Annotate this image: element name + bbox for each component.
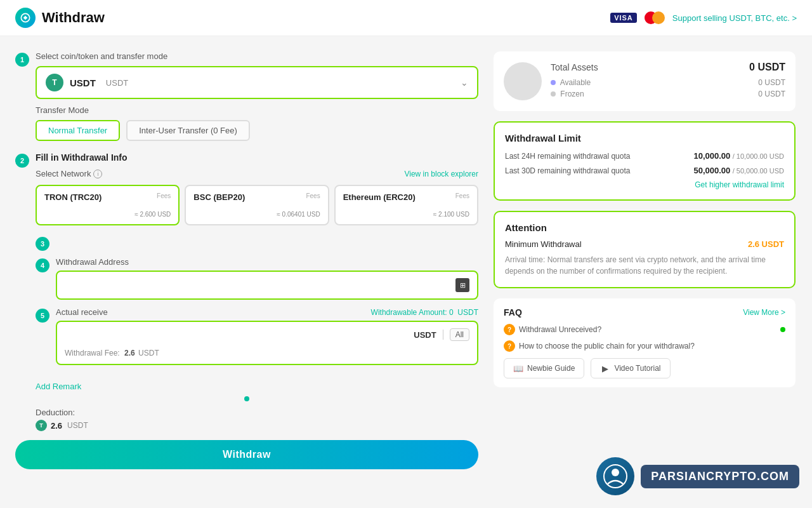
step1-content: Select coin/token and transfer mode T US… bbox=[36, 51, 478, 141]
coin-name: USDT bbox=[70, 77, 96, 88]
step4-number: 4 bbox=[36, 258, 49, 272]
frozen-dot bbox=[551, 91, 556, 97]
network-grid: Fees TRON (TRC20) ≈ 2.600 USD Fees BSC (… bbox=[36, 185, 478, 225]
network-trc20[interactable]: Fees TRON (TRC20) ≈ 2.600 USD bbox=[36, 185, 180, 225]
view-more-link[interactable]: View More > bbox=[743, 308, 785, 317]
trc20-fee-label: Fees bbox=[157, 192, 171, 199]
qr-icon[interactable]: ⊞ bbox=[455, 278, 469, 292]
page-title: Withdraw bbox=[42, 10, 105, 26]
faq-question-2[interactable]: ? How to choose the public chain for you… bbox=[504, 340, 695, 352]
available-label: Available bbox=[551, 78, 591, 87]
min-withdraw-row: Minimum Withdrawal 2.6 USDT bbox=[505, 239, 784, 249]
limit-24h-val: 10,000.00 / 10,000.00 USD bbox=[693, 151, 784, 161]
fee-currency: USDT bbox=[138, 349, 159, 358]
chevron-down-icon: ⌄ bbox=[461, 77, 468, 88]
limit-30d-label: Last 30D remaining withdrawal quota bbox=[505, 166, 630, 175]
right-panel: Total Assets 0 USDT Available 0 USDT Fro… bbox=[478, 51, 796, 469]
frozen-label: Frozen bbox=[551, 90, 584, 98]
view-explorer-link[interactable]: View in block explorer bbox=[404, 170, 478, 178]
transfer-mode-label: Transfer Mode bbox=[36, 105, 478, 115]
fill-label: Fill in Withdrawal Info bbox=[36, 152, 478, 163]
deduction-coin-icon: T bbox=[36, 420, 47, 431]
step5-number: 5 bbox=[36, 309, 49, 323]
assets-info: Total Assets 0 USDT Available 0 USDT Fro… bbox=[551, 62, 785, 101]
top-bar-left: Withdraw bbox=[15, 8, 105, 28]
top-bar-right: VISA Support selling USDT, BTC, etc. > bbox=[610, 11, 797, 24]
watermark-logo bbox=[596, 457, 634, 495]
limit-30d-val: 50,000.00 / 50,000.00 USD bbox=[693, 166, 784, 175]
available-val: 0 USDT bbox=[758, 78, 785, 87]
visa-logo: VISA bbox=[610, 13, 637, 23]
withdrawable-label: Withdrawable Amount: bbox=[371, 308, 447, 317]
deduction-currency: USDT bbox=[67, 421, 88, 430]
coin-icon: T bbox=[46, 74, 63, 91]
amount-input[interactable] bbox=[65, 330, 407, 340]
bep20-fee-label: Fees bbox=[306, 192, 320, 199]
address-label: Withdrawal Address bbox=[56, 257, 478, 267]
available-dot bbox=[551, 80, 556, 85]
step1-label: Select coin/token and transfer mode bbox=[36, 51, 478, 61]
faq-text-2: How to choose the public chain for your … bbox=[519, 342, 695, 351]
all-button[interactable]: All bbox=[450, 328, 469, 341]
watermark-text-box: PARSIANCRYPTO.COM bbox=[641, 465, 799, 488]
withdrawal-limit-section: Withdrawal Limit Last 24H remaining with… bbox=[494, 121, 796, 201]
withdraw-button[interactable]: Withdraw bbox=[15, 440, 478, 469]
limit-30d-row: Last 30D remaining withdrawal quota 50,0… bbox=[505, 166, 784, 175]
withdrawal-fee-label: Withdrawal Fee: bbox=[65, 349, 120, 358]
step1-row: 1 Select coin/token and transfer mode T … bbox=[15, 51, 478, 141]
get-higher-link[interactable]: Get higher withdrawal limit bbox=[505, 180, 784, 189]
network-erc20[interactable]: Fees Ethereum (ERC20) ≈ 2.100 USD bbox=[334, 185, 478, 225]
coin-selector[interactable]: T USDT USDT ⌄ bbox=[36, 66, 478, 99]
withdrawal-fee-val: 2.6 bbox=[124, 349, 135, 358]
amount-currency: USDT bbox=[414, 330, 436, 340]
faq-indicator-1 bbox=[780, 327, 785, 332]
watermark-text: PARSIANCRYPTO.COM bbox=[651, 470, 789, 483]
svg-point-2 bbox=[612, 469, 619, 476]
newbie-guide-btn[interactable]: 📖 Newbie Guide bbox=[504, 358, 584, 378]
select-network-row: Select Network i View in block explorer bbox=[36, 169, 478, 178]
step1-number: 1 bbox=[15, 53, 29, 67]
available-row: Available 0 USDT bbox=[551, 78, 785, 87]
add-remark-link[interactable]: Add Remark bbox=[36, 382, 81, 391]
faq-q-icon-1: ? bbox=[504, 324, 515, 335]
actual-receive-label: Actual receive bbox=[56, 307, 108, 317]
limit-24h-label: Last 24H remaining withdrawal quota bbox=[505, 152, 630, 161]
faq-question-1[interactable]: ? Withdrawal Unreceived? bbox=[504, 324, 601, 335]
faq-guides: 📖 Newbie Guide ▶ Video Tutorial bbox=[504, 358, 785, 378]
min-withdraw-label: Minimum Withdrawal bbox=[505, 239, 582, 249]
bep20-fee-val: ≈ 0.06401 USD bbox=[193, 211, 320, 218]
app-logo bbox=[15, 8, 36, 28]
erc20-fee-label: Fees bbox=[455, 192, 469, 199]
deduction-row: Deduction: T 2.6 USDT bbox=[15, 408, 478, 431]
mc-circle-orange bbox=[652, 11, 665, 24]
withdrawable-val: 0 bbox=[449, 308, 454, 317]
main-layout: 1 Select coin/token and transfer mode T … bbox=[0, 36, 812, 485]
video-tutorial-btn[interactable]: ▶ Video Tutorial bbox=[591, 358, 670, 378]
newbie-guide-label: Newbie Guide bbox=[527, 364, 575, 373]
info-icon: i bbox=[93, 170, 102, 178]
faq-q-icon-2: ? bbox=[504, 340, 515, 352]
erc20-fee-val: ≈ 2.100 USD bbox=[343, 211, 469, 218]
left-panel: 1 Select coin/token and transfer mode T … bbox=[15, 51, 478, 469]
total-assets-val: 0 USDT bbox=[749, 62, 785, 73]
faq-text-1: Withdrawal Unreceived? bbox=[519, 325, 601, 334]
divider bbox=[443, 330, 443, 340]
play-icon: ▶ bbox=[600, 363, 610, 373]
frozen-row: Frozen 0 USDT bbox=[551, 90, 785, 98]
faq-section: FAQ View More > ? Withdrawal Unreceived?… bbox=[494, 298, 796, 387]
total-assets-label: Total Assets bbox=[551, 62, 598, 72]
erc20-name: Ethereum (ERC20) bbox=[343, 192, 469, 202]
step2-row: 2 Fill in Withdrawal Info Select Network… bbox=[15, 152, 478, 365]
withdrawable-amount: Withdrawable Amount: 0 USDT bbox=[371, 308, 478, 317]
normal-transfer-btn[interactable]: Normal Transfer bbox=[36, 120, 120, 141]
limit-24h-row: Last 24H remaining withdrawal quota 10,0… bbox=[505, 151, 784, 161]
frozen-val: 0 USDT bbox=[758, 90, 785, 98]
trc20-name: TRON (TRC20) bbox=[44, 192, 171, 202]
faq-title: FAQ bbox=[504, 307, 522, 318]
inter-transfer-btn[interactable]: Inter-User Transfer (0 Fee) bbox=[126, 120, 250, 141]
network-bep20[interactable]: Fees BSC (BEP20) ≈ 0.06401 USD bbox=[185, 185, 329, 225]
amount-row: Actual receive Withdrawable Amount: 0 US… bbox=[56, 307, 478, 317]
address-input[interactable] bbox=[65, 281, 455, 290]
faq-item-2: ? How to choose the public chain for you… bbox=[504, 340, 785, 352]
support-link[interactable]: Support selling USDT, BTC, etc. > bbox=[672, 13, 797, 23]
